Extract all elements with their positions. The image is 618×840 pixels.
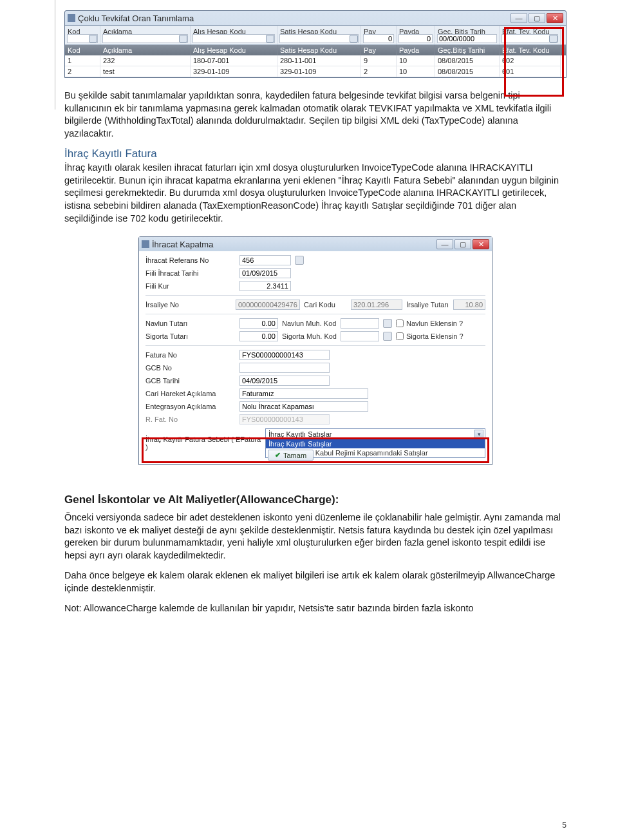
lookup-icon[interactable] [549,35,557,43]
input-refno[interactable] [239,255,291,265]
input-fatno[interactable] [239,350,330,360]
cell-pay: 2 [361,66,397,77]
window-title: İhracat Kapatma [152,240,213,249]
cell-alis: 180-07-001 [191,55,277,66]
maximize-button[interactable]: ▢ [454,239,471,249]
filter-satis[interactable] [279,34,359,43]
cell-payda: 10 [397,66,435,77]
filter-aciklama[interactable] [102,34,188,43]
paragraph: Not: AllowanceCharge kalemde de kullanıl… [64,602,566,615]
window-tevkifat: Çoklu Tevkifat Oran Tanımlama — ▢ ✕ Kod … [64,10,566,78]
cell-gbt: 08/08/2015 [435,55,500,66]
maximize-button[interactable]: ▢ [529,13,545,23]
paragraph: İhraç kayıtlı olarak kesilen ihracat fat… [64,162,566,225]
cell-gbt: 08/08/2015 [435,66,500,77]
input-cha[interactable] [239,388,368,399]
close-button[interactable]: ✕ [473,239,489,249]
cell-acik: test [100,66,191,77]
label-navlun: Navlun Tutarı [145,320,236,327]
lookup-icon[interactable] [383,332,392,341]
hdr-alis: Alış Hesap Kodu [191,45,277,55]
label-ent: Entegrasyon Açıklama [145,403,236,410]
window-title: Çoklu Tevkifat Oran Tanımlama [78,14,194,23]
chevron-down-icon: ▾ [474,430,483,438]
minimize-button[interactable]: — [436,239,453,249]
page-margin-line [55,0,55,110]
lookup-icon[interactable] [266,35,274,43]
input-irsno [236,300,300,310]
minimize-button[interactable]: — [510,13,527,23]
label-irstutar: İrsaliye Tutarı [406,301,449,309]
input-kur[interactable] [239,281,291,291]
window-titlebar[interactable]: İhracat Kapatma — ▢ ✕ [139,237,492,251]
lookup-icon[interactable] [350,35,358,43]
hdr-aciklama: Açıklama [100,45,191,55]
cell-alis: 329-01-109 [191,66,277,77]
checkbox-sigorta-eklensin[interactable]: Sigorta Eklensin ? [396,332,464,340]
label-refno: İhracat Referans No [145,256,236,264]
grid-row[interactable]: 1 232 180-07-001 280-11-001 9 10 08/08/2… [65,55,566,66]
input-obscured [239,414,330,425]
lookup-icon[interactable] [295,256,304,265]
filter-payda[interactable] [398,34,433,43]
filter-row: Kod Açıklama Alış Hesap Kodu Satis Hesap… [65,25,566,45]
input-gcbno[interactable] [239,363,330,373]
system-icon [68,14,75,22]
window-titlebar[interactable]: Çoklu Tevkifat Oran Tanımlama — ▢ ✕ [65,11,566,25]
checkbox-navlun-eklensin[interactable]: Navlun Eklensin ? [396,320,463,327]
input-navlun[interactable] [239,318,278,329]
hdr-pay: Pay [361,45,397,55]
cell-satis: 329-01-109 [277,66,361,77]
heading-allowance-charge: Genel İskontolar ve Alt Maliyetler(Allow… [64,493,566,506]
input-carikodu [351,300,402,310]
paragraph: Daha önce belgeye ek kalem olarak eklene… [64,569,566,595]
input-navlunkod[interactable] [341,318,379,329]
filter-gbt[interactable] [437,34,497,43]
dropdown-option[interactable]: İhraç Kayıtlı Satışlar [266,439,485,448]
input-ent[interactable] [239,401,368,412]
cell-efat: 601 [500,66,561,77]
label-kur: Fiili Kur [145,282,236,290]
input-irstutar [453,300,485,310]
label-gcbtarih: GCB Tarihi [145,377,236,385]
label-sigortakod: Sigorta Muh. Kod [282,332,337,340]
paragraph: Bu şekilde sabit tanımlamalar yapıldıkta… [64,90,566,140]
hdr-efat: Efat. Tev. Kodu [500,45,561,55]
grid-header: Kod Açıklama Alış Hesap Kodu Satis Hesap… [65,45,566,55]
filter-alis[interactable] [192,34,275,43]
paragraph: Önceki versiyonda sadece bir adet destek… [64,511,566,562]
label-gcbno: GCB No [145,364,236,372]
check-icon: ✔ [275,451,281,459]
input-tarih[interactable] [239,268,291,278]
cell-efat: 602 [500,55,561,66]
label-carikodu: Cari Kodu [304,301,347,309]
cell-kod: 2 [65,66,100,77]
lookup-icon[interactable] [89,35,97,43]
close-button[interactable]: ✕ [547,13,563,23]
label-tarih: Fiili İhracat Tarihi [145,269,236,277]
input-gcbtarih[interactable] [239,376,330,386]
page-number: 5 [562,821,566,830]
hdr-gbt: Geç.Bitiş Tarihi [435,45,500,55]
subheading-ihrac: İhraç Kayıtlı Fatura [64,148,566,160]
divider [145,295,485,296]
label-fatno: Fatura No [145,351,236,359]
input-sigorta[interactable] [239,331,278,341]
label-sigorta: Sigorta Tutarı [145,332,236,340]
hdr-payda: Payda [397,45,435,55]
label-irsno: İrsaliye No [145,301,232,309]
cell-pay: 9 [361,55,397,66]
filter-pay[interactable] [363,34,394,43]
input-sigortakod[interactable] [341,331,379,341]
grid-row[interactable]: 2 test 329-01-109 329-01-109 2 10 08/08/… [65,66,566,77]
lookup-icon[interactable] [179,35,187,43]
ok-button[interactable]: ✔Tamam [268,450,314,461]
dropdown-ihrac-sebebi[interactable]: İhraç Kayıtlı Satışlar ▾ [265,428,485,439]
hdr-satis: Satis Hesap Kodu [277,45,361,55]
divider [145,314,485,314]
lookup-icon[interactable] [383,319,392,328]
cell-payda: 10 [397,55,435,66]
label-ihrac-sebebi: İhraç Kayıtlı Fatura Sebebi ( EFatura ) [145,435,261,451]
hdr-kod: Kod [65,45,100,55]
divider [145,345,485,346]
